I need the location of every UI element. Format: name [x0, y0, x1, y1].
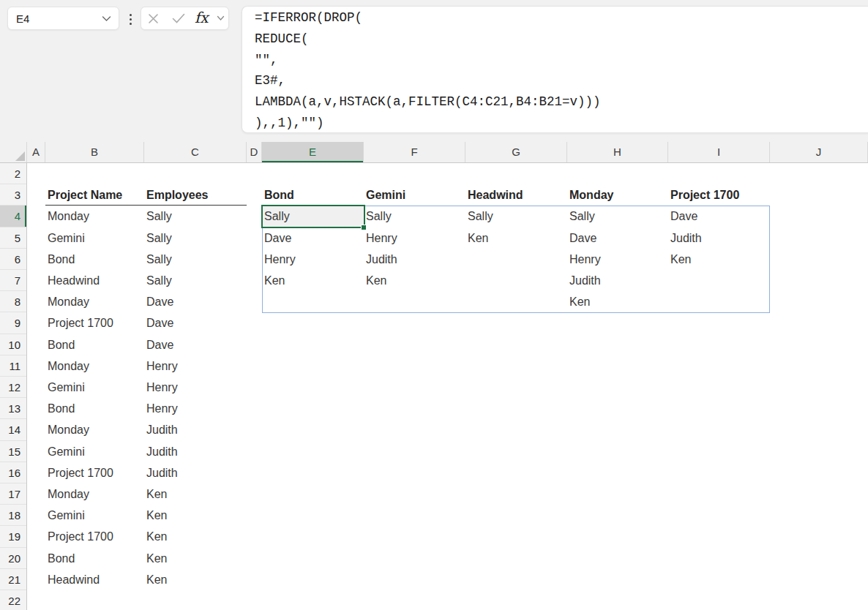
- fill-handle[interactable]: [361, 225, 367, 230]
- row-header-8[interactable]: 8: [0, 291, 27, 312]
- insert-function-icon[interactable]: fx: [190, 7, 212, 31]
- cell-F3[interactable]: Gemini: [366, 184, 465, 206]
- cell-E3[interactable]: Bond: [264, 184, 364, 206]
- cell-C11[interactable]: Henry: [146, 355, 247, 377]
- column-header-A[interactable]: A: [27, 142, 45, 163]
- cell-H4[interactable]: Sally: [569, 206, 668, 227]
- row-header-22[interactable]: 22: [0, 590, 27, 610]
- row-header-17[interactable]: 17: [0, 483, 27, 505]
- cell-I5[interactable]: Judith: [670, 227, 770, 249]
- row-header-5[interactable]: 5: [0, 227, 27, 249]
- cancel-icon[interactable]: [141, 7, 166, 29]
- cell-C18[interactable]: Ken: [146, 505, 247, 526]
- cell-B14[interactable]: Monday: [48, 419, 144, 440]
- cell-G5[interactable]: Ken: [468, 227, 567, 249]
- cell-E6[interactable]: Henry: [264, 249, 364, 270]
- cell-B18[interactable]: Gemini: [48, 505, 144, 526]
- cell-C5[interactable]: Sally: [146, 227, 247, 249]
- cell-C3[interactable]: Employees: [146, 184, 247, 206]
- formula-bar[interactable]: =IFERROR(DROP( REDUCE( "", E3#, LAMBDA(a…: [242, 6, 868, 133]
- cell-I3[interactable]: Project 1700: [670, 184, 770, 206]
- cell-C14[interactable]: Judith: [146, 419, 247, 440]
- cell-C19[interactable]: Ken: [146, 526, 247, 547]
- cell-H8[interactable]: Ken: [569, 291, 668, 312]
- name-box-dropdown-icon[interactable]: [102, 15, 119, 22]
- cell-B20[interactable]: Bond: [48, 548, 144, 569]
- cell-B11[interactable]: Monday: [48, 355, 144, 377]
- select-all-button[interactable]: [0, 142, 27, 163]
- cell-B9[interactable]: Project 1700: [48, 312, 144, 334]
- column-header-C[interactable]: C: [144, 142, 247, 163]
- fx-dropdown-icon[interactable]: [212, 7, 228, 29]
- cell-C9[interactable]: Dave: [146, 312, 247, 334]
- column-header-G[interactable]: G: [465, 142, 567, 163]
- cell-G4[interactable]: Sally: [468, 206, 567, 227]
- row-header-19[interactable]: 19: [0, 526, 27, 547]
- cell-C8[interactable]: Dave: [146, 291, 247, 312]
- cell-B10[interactable]: Bond: [48, 334, 144, 355]
- cell-E5[interactable]: Dave: [264, 227, 364, 249]
- cell-C10[interactable]: Dave: [146, 334, 247, 355]
- cell-C7[interactable]: Sally: [146, 270, 247, 291]
- row-header-9[interactable]: 9: [0, 312, 27, 334]
- cell-B8[interactable]: Monday: [48, 291, 144, 312]
- cell-I4[interactable]: Dave: [670, 206, 770, 227]
- cell-B19[interactable]: Project 1700: [48, 526, 144, 547]
- cell-F5[interactable]: Henry: [366, 227, 465, 249]
- cell-C15[interactable]: Judith: [146, 441, 247, 462]
- row-header-11[interactable]: 11: [0, 355, 27, 377]
- cell-G3[interactable]: Headwind: [468, 184, 567, 206]
- cell-F4[interactable]: Sally: [366, 206, 465, 227]
- row-header-20[interactable]: 20: [0, 548, 27, 569]
- cell-C20[interactable]: Ken: [146, 548, 247, 569]
- cell-H6[interactable]: Henry: [569, 249, 668, 270]
- cell-C16[interactable]: Judith: [146, 462, 247, 483]
- row-header-6[interactable]: 6: [0, 249, 27, 270]
- row-header-3[interactable]: 3: [0, 184, 27, 206]
- cell-B6[interactable]: Bond: [48, 249, 144, 270]
- cell-B7[interactable]: Headwind: [48, 270, 144, 291]
- row-header-15[interactable]: 15: [0, 441, 27, 462]
- cell-E4[interactable]: Sally: [264, 206, 364, 227]
- cell-C21[interactable]: Ken: [146, 569, 247, 590]
- column-header-D[interactable]: D: [247, 142, 262, 163]
- cell-B15[interactable]: Gemini: [48, 441, 144, 462]
- row-header-21[interactable]: 21: [0, 569, 27, 590]
- cell-B12[interactable]: Gemini: [48, 377, 144, 398]
- cell-F7[interactable]: Ken: [366, 270, 465, 291]
- column-header-B[interactable]: B: [45, 142, 144, 163]
- cell-F6[interactable]: Judith: [366, 249, 465, 270]
- row-header-7[interactable]: 7: [0, 270, 27, 291]
- row-header-13[interactable]: 13: [0, 398, 27, 419]
- cell-I6[interactable]: Ken: [670, 249, 770, 270]
- cell-C13[interactable]: Henry: [146, 398, 247, 419]
- toolbar-overflow-icon[interactable]: [126, 12, 135, 26]
- row-header-12[interactable]: 12: [0, 377, 27, 398]
- cell-B17[interactable]: Monday: [48, 483, 144, 505]
- cell-C17[interactable]: Ken: [146, 483, 247, 505]
- cell-B3[interactable]: Project Name: [48, 184, 144, 206]
- cell-C6[interactable]: Sally: [146, 249, 247, 270]
- cell-E7[interactable]: Ken: [264, 270, 364, 291]
- name-box[interactable]: E4: [7, 7, 119, 30]
- row-header-4[interactable]: 4: [0, 206, 27, 227]
- row-header-16[interactable]: 16: [0, 462, 27, 483]
- cell-B16[interactable]: Project 1700: [48, 462, 144, 483]
- cell-C4[interactable]: Sally: [146, 206, 247, 227]
- cell-B21[interactable]: Headwind: [48, 569, 144, 590]
- row-header-18[interactable]: 18: [0, 505, 27, 526]
- cell-H7[interactable]: Judith: [569, 270, 668, 291]
- row-header-14[interactable]: 14: [0, 419, 27, 440]
- column-header-F[interactable]: F: [364, 142, 465, 163]
- cell-B5[interactable]: Gemini: [48, 227, 144, 249]
- cell-B4[interactable]: Monday: [48, 206, 144, 227]
- cell-H5[interactable]: Dave: [569, 227, 668, 249]
- row-header-2[interactable]: 2: [0, 163, 27, 184]
- formula-bar-input[interactable]: =IFERROR(DROP( REDUCE( "", E3#, LAMBDA(a…: [242, 7, 868, 133]
- column-header-H[interactable]: H: [567, 142, 668, 163]
- column-header-E[interactable]: E: [262, 142, 364, 163]
- cell-C12[interactable]: Henry: [146, 377, 247, 398]
- column-header-J[interactable]: J: [770, 142, 868, 163]
- row-header-10[interactable]: 10: [0, 334, 27, 355]
- enter-icon[interactable]: [166, 7, 191, 29]
